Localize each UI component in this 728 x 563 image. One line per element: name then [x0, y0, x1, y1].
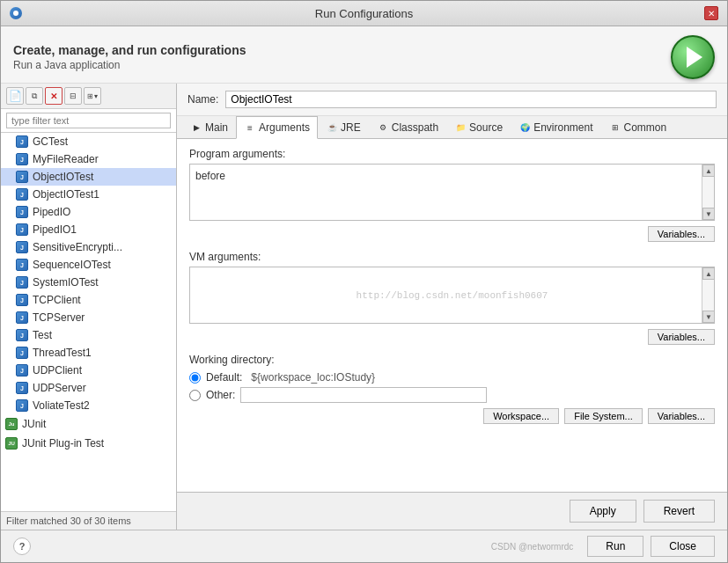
tree-item-objectiotest1[interactable]: JObjectIOTest1: [1, 186, 176, 203]
environment-tab-icon: 🌍: [518, 121, 531, 134]
sidebar-footer: Filter matched 30 of 30 items: [1, 511, 176, 530]
vm-args-input[interactable]: [190, 267, 714, 320]
tree-item-label: TCPClient: [33, 294, 81, 306]
revert-button[interactable]: Revert: [643, 500, 715, 523]
tree-item-myfilereader[interactable]: JMyFileReader: [1, 150, 176, 168]
default-dir-value: ${workspace_loc:IOStudy}: [251, 371, 375, 384]
tree-item-label: MyFileReader: [33, 153, 99, 165]
tab-source-label: Source: [469, 121, 503, 134]
bottom-bar: Apply Revert: [177, 492, 727, 530]
tree-item-systemiotest[interactable]: JSystemIOTest: [1, 274, 176, 291]
run-configurations-dialog: Run Configurations ✕ Create, manage, and…: [0, 0, 728, 563]
header-subtitle: Run a Java application: [13, 59, 246, 71]
vm-args-scrollbar: ▲ ▼: [702, 267, 714, 323]
tree-item-label: Test: [33, 329, 52, 341]
main-content: 📄 ⧉ ✕ ⊟ ⊞ ▾: [1, 84, 727, 530]
filter-input[interactable]: [6, 113, 171, 128]
tree-item-objectiotest[interactable]: JObjectIOTest: [1, 168, 176, 186]
tree-item-udpclient[interactable]: JUDPClient: [1, 362, 176, 379]
tree-item-sequenceiotest[interactable]: JSequenceIOTest: [1, 256, 176, 274]
dir-buttons: Workspace... File System... Variables...: [189, 408, 715, 424]
tree-group-junitplug-intest[interactable]: JUJUnit Plug-in Test: [1, 434, 176, 453]
tree-item-sensitiveencrypti...[interactable]: JSensitiveEncrypti...: [1, 238, 176, 256]
footer-buttons: Run Close: [587, 536, 715, 557]
default-radio[interactable]: [189, 372, 201, 384]
vm-args-wrapper: http://blog.csdn.net/moonfish0607 ▲ ▼: [189, 267, 715, 324]
java-class-icon: J: [15, 258, 29, 272]
footer-bar: ? CSDN @networmrdc Run Close: [1, 530, 727, 562]
java-class-icon: J: [15, 381, 29, 395]
close-button[interactable]: Close: [651, 536, 715, 557]
variables-row-2: Variables...: [189, 329, 715, 345]
tree-item-pipedio1[interactable]: JPipedIO1: [1, 221, 176, 238]
tab-jre[interactable]: ☕ JRE: [318, 116, 369, 138]
tree-item-test[interactable]: JTest: [1, 326, 176, 344]
tree-item-pipedio[interactable]: JPipedIO: [1, 203, 176, 221]
other-radio[interactable]: [189, 390, 201, 401]
tree-item-label: ObjectIOTest1: [33, 188, 99, 201]
working-dir-label: Working directory:: [189, 354, 715, 366]
tree-item-threadtest1[interactable]: JThreadTest1: [1, 344, 176, 362]
tab-arguments[interactable]: ≡ Arguments: [236, 116, 318, 139]
help-button[interactable]: ?: [13, 537, 31, 555]
program-args-scrollbar: ▲ ▼: [702, 165, 714, 220]
tree-item-label: GCTest: [33, 135, 68, 148]
run-button[interactable]: Run: [587, 536, 643, 557]
tree-item-udpserver[interactable]: JUDPServer: [1, 379, 176, 397]
vm-scroll-up-btn[interactable]: ▲: [702, 267, 715, 280]
variables-btn-1[interactable]: Variables...: [648, 226, 715, 242]
tree-item-tcpclient[interactable]: JTCPClient: [1, 291, 176, 309]
close-window-button[interactable]: ✕: [704, 6, 718, 20]
file-system-btn[interactable]: File System...: [564, 408, 643, 424]
tree-item-tcpserver[interactable]: JTCPServer: [1, 309, 176, 326]
new-config-button[interactable]: 📄: [6, 87, 24, 105]
variables-btn-3[interactable]: Variables...: [648, 408, 715, 424]
program-args-input[interactable]: before: [190, 165, 714, 217]
other-radio-row: Other:: [189, 387, 715, 403]
collapse-all-button[interactable]: ⊟: [64, 87, 82, 105]
apply-button[interactable]: Apply: [570, 500, 636, 523]
vm-scroll-track: [702, 280, 714, 311]
filter-dropdown-button[interactable]: ⊞ ▾: [84, 87, 101, 105]
java-class-icon: J: [15, 223, 29, 237]
run-button-header[interactable]: [671, 35, 715, 79]
java-class-icon: J: [15, 205, 29, 219]
delete-config-button[interactable]: ✕: [45, 87, 63, 105]
tree-item-label: TCPServer: [33, 311, 85, 324]
tab-main[interactable]: ▶ Main: [182, 116, 236, 138]
vm-scroll-down-btn[interactable]: ▼: [702, 311, 715, 323]
java-class-icon: J: [15, 275, 29, 289]
tab-jre-label: JRE: [341, 121, 361, 134]
tree-item-label: SensitiveEncrypti...: [33, 241, 122, 253]
source-tab-icon: 📁: [454, 121, 467, 134]
variables-btn-2[interactable]: Variables...: [648, 329, 715, 345]
workspace-btn[interactable]: Workspace...: [483, 408, 559, 424]
tree-item-label: UDPServer: [33, 382, 86, 394]
java-class-icon: J: [15, 398, 29, 413]
tab-common[interactable]: ⊞ Common: [601, 116, 675, 138]
tab-environment[interactable]: 🌍 Environment: [511, 116, 600, 138]
sidebar-toolbar: 📄 ⧉ ✕ ⊟ ⊞ ▾: [1, 84, 176, 109]
other-dir-input[interactable]: [240, 387, 487, 403]
tree-item-gctest[interactable]: JGCTest: [1, 133, 176, 150]
right-panel: Name: ▶ Main ≡ Arguments ☕ JRE ⚙: [177, 84, 727, 530]
tree-group-junit[interactable]: JuJUnit: [1, 414, 176, 434]
window-title: Run Configurations: [24, 7, 704, 20]
java-class-icon: J: [15, 311, 29, 325]
scroll-down-btn[interactable]: ▼: [702, 208, 715, 220]
java-class-icon: J: [15, 240, 29, 254]
scroll-up-btn[interactable]: ▲: [702, 165, 715, 177]
header-title: Create, manage, and run configurations: [13, 43, 246, 57]
tab-classpath[interactable]: ⚙ Classpath: [369, 116, 446, 138]
name-input[interactable]: [225, 91, 717, 108]
tab-main-label: Main: [205, 121, 228, 134]
copy-config-button[interactable]: ⧉: [26, 87, 43, 105]
variables-row-1: Variables...: [189, 226, 715, 242]
tab-source[interactable]: 📁 Source: [446, 116, 511, 138]
run-triangle-icon: [687, 47, 702, 68]
working-dir-section: Working directory: Default: ${workspace_…: [189, 354, 715, 424]
program-args-label: Program arguments:: [189, 148, 715, 160]
vm-args-label: VM arguments:: [189, 251, 715, 263]
name-row: Name:: [177, 84, 727, 116]
tree-item-voliatetest2[interactable]: JVoliateTest2: [1, 397, 176, 414]
